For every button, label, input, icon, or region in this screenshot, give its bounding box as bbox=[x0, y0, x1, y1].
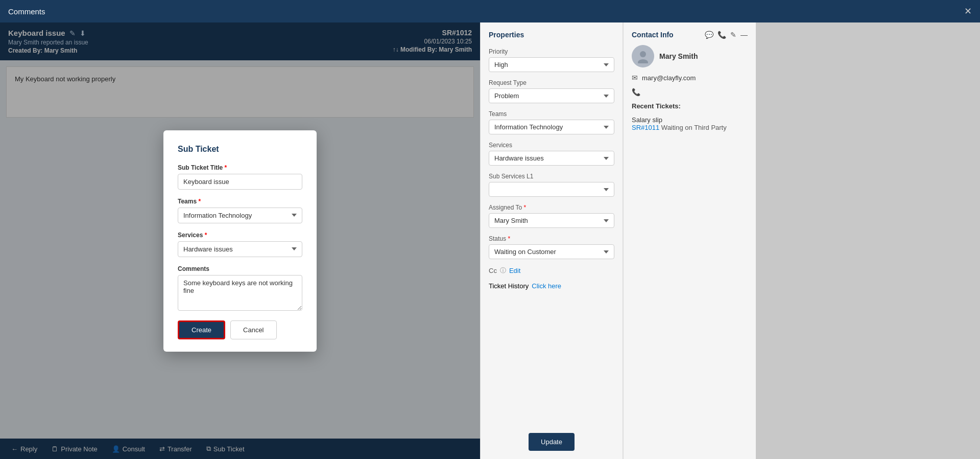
sub-services-select[interactable] bbox=[489, 182, 614, 197]
avatar bbox=[632, 45, 654, 67]
dialog-title-label: Sub Ticket Title * bbox=[178, 164, 302, 171]
dialog-teams-field: Teams * Information Technology bbox=[178, 198, 302, 223]
teams-field: Teams Information Technology bbox=[489, 110, 614, 134]
contact-phone-icon: 📞 bbox=[632, 88, 640, 96]
window-title: Comments bbox=[8, 7, 45, 16]
cc-label: Cc bbox=[489, 267, 497, 274]
contact-title: Contact Info bbox=[632, 31, 674, 39]
sub-ticket-teams-select[interactable]: Information Technology bbox=[178, 208, 302, 223]
sub-ticket-dialog: Sub Ticket Sub Ticket Title * Teams * In… bbox=[163, 130, 317, 352]
cancel-button[interactable]: Cancel bbox=[230, 320, 276, 339]
close-button[interactable]: ✕ bbox=[964, 6, 972, 17]
minus-icon[interactable]: — bbox=[740, 31, 748, 39]
sub-services-label: Sub Services L1 bbox=[489, 173, 614, 180]
recent-ticket-status: Waiting on Third Party bbox=[661, 124, 727, 131]
contact-phone-row: 📞 bbox=[632, 88, 748, 96]
dialog-comments-field: Comments Some keyboard keys are not work… bbox=[178, 265, 302, 312]
services-required-indicator: * bbox=[205, 232, 207, 239]
contact-header: Contact Info 💬 📞 ✎ — bbox=[632, 31, 748, 39]
create-button[interactable]: Create bbox=[178, 320, 225, 339]
contact-avatar-row: Mary Smith bbox=[632, 45, 748, 67]
teams-select[interactable]: Information Technology bbox=[489, 120, 614, 134]
phone-icon[interactable]: 📞 bbox=[718, 31, 726, 39]
services-label: Services bbox=[489, 142, 614, 149]
priority-field: Priority High bbox=[489, 48, 614, 72]
status-field: Status * Waiting on Customer bbox=[489, 235, 614, 259]
recent-ticket-sr-link[interactable]: SR#1011 bbox=[632, 124, 659, 131]
teams-label: Teams bbox=[489, 110, 614, 118]
request-type-field: Request Type Problem bbox=[489, 79, 614, 103]
priority-label: Priority bbox=[489, 48, 614, 55]
services-field: Services Hardware issues bbox=[489, 142, 614, 166]
ticket-history-row: Ticket History Click here bbox=[489, 282, 614, 290]
sub-ticket-services-select[interactable]: Hardware issues bbox=[178, 241, 302, 257]
recent-ticket-item: Salary slip SR#1011 Waiting on Third Par… bbox=[632, 116, 748, 131]
cc-row: Cc ⓘ Edit bbox=[489, 266, 614, 275]
sub-services-field: Sub Services L1 bbox=[489, 173, 614, 197]
request-type-label: Request Type bbox=[489, 79, 614, 86]
properties-panel: Properties Priority High Request Type Pr… bbox=[480, 22, 623, 459]
status-label: Status * bbox=[489, 235, 614, 242]
title-required-indicator: * bbox=[225, 164, 227, 171]
services-select[interactable]: Hardware issues bbox=[489, 151, 614, 166]
chat-icon[interactable]: 💬 bbox=[705, 31, 713, 39]
contact-email: mary@clayfly.com bbox=[642, 74, 696, 82]
svg-point-1 bbox=[638, 59, 648, 63]
sub-ticket-comments-textarea[interactable]: Some keyboard keys are not working fine bbox=[178, 275, 302, 311]
teams-required-indicator: * bbox=[198, 198, 201, 205]
ticket-history-link[interactable]: Click here bbox=[532, 282, 561, 290]
dialog-overlay: Sub Ticket Sub Ticket Title * Teams * In… bbox=[0, 22, 480, 459]
contact-icons: 💬 📞 ✎ — bbox=[705, 31, 748, 39]
email-icon: ✉ bbox=[632, 74, 638, 82]
cc-edit-link[interactable]: Edit bbox=[509, 267, 520, 274]
request-type-select[interactable]: Problem bbox=[489, 88, 614, 103]
update-button[interactable]: Update bbox=[529, 433, 575, 451]
info-icon: ⓘ bbox=[500, 266, 506, 275]
edit-contact-icon[interactable]: ✎ bbox=[730, 31, 736, 39]
dialog-services-label: Services * bbox=[178, 232, 302, 239]
left-panel: Keyboard issue ✎ ⬇ Mary Smith reported a… bbox=[0, 22, 480, 459]
ticket-history-label: Ticket History bbox=[489, 282, 529, 290]
dialog-buttons: Create Cancel bbox=[178, 320, 302, 339]
contact-panel: Contact Info 💬 📞 ✎ — Mary Smith ✉ mary@c… bbox=[623, 22, 756, 459]
sub-ticket-title-input[interactable] bbox=[178, 174, 302, 190]
assigned-to-label: Assigned To * bbox=[489, 204, 614, 211]
properties-panel-title: Properties bbox=[489, 31, 614, 39]
main-layout: Keyboard issue ✎ ⬇ Mary Smith reported a… bbox=[0, 22, 980, 459]
dialog-services-field: Services * Hardware issues bbox=[178, 232, 302, 257]
contact-email-row: ✉ mary@clayfly.com bbox=[632, 74, 748, 82]
dialog-comments-label: Comments bbox=[178, 265, 302, 272]
recent-ticket-name: Salary slip bbox=[632, 116, 662, 124]
priority-select[interactable]: High bbox=[489, 57, 614, 72]
assigned-to-field: Assigned To * Mary Smith bbox=[489, 204, 614, 228]
dialog-title: Sub Ticket bbox=[178, 145, 302, 154]
dialog-teams-label: Teams * bbox=[178, 198, 302, 205]
status-select[interactable]: Waiting on Customer bbox=[489, 244, 614, 259]
recent-tickets-title: Recent Tickets: bbox=[632, 102, 748, 110]
top-bar: Comments ✕ bbox=[0, 0, 980, 22]
dialog-title-field: Sub Ticket Title * bbox=[178, 164, 302, 190]
assigned-to-select[interactable]: Mary Smith bbox=[489, 213, 614, 228]
contact-name: Mary Smith bbox=[659, 52, 698, 60]
svg-point-0 bbox=[640, 51, 646, 57]
